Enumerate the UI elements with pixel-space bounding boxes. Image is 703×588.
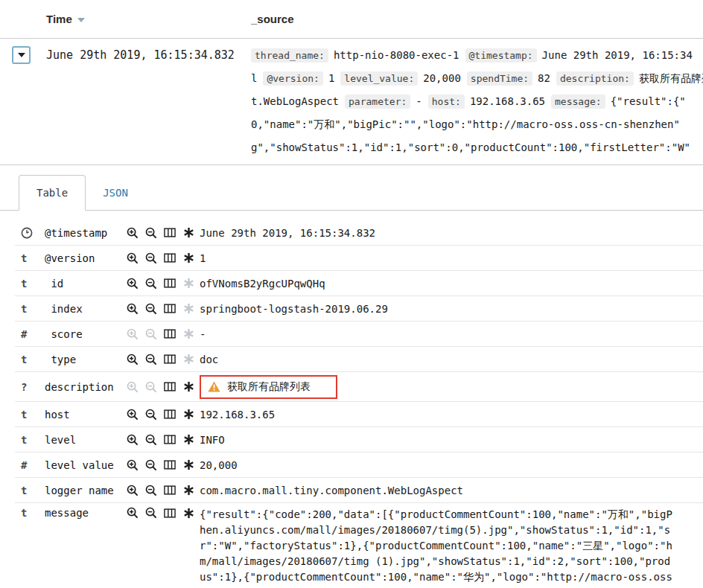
field-row-_id: t_idofVNomsB2yRgcUPqwQHq [15, 271, 703, 296]
toggle-column-icon[interactable] [164, 354, 176, 365]
filter-out-value-icon[interactable] [145, 485, 157, 496]
field-name-badge: @timestamp: [465, 48, 537, 63]
filter-for-field-present-icon[interactable] [182, 507, 194, 519]
message-value-line: m/mall/images/20180607/timg (1).jpg","sh… [200, 554, 703, 569]
field-row-message: tmessage{"result":{"code":200,"data":[{"… [15, 503, 703, 588]
toggle-column-icon[interactable] [164, 459, 176, 471]
field-name-badge: description: [556, 71, 634, 86]
filter-for-field-present-icon[interactable] [182, 434, 194, 446]
message-value-line: 07/timg (2).jpg","showStatus":0,"id":3,"… [200, 585, 703, 588]
field-actions [127, 485, 200, 496]
toggle-column-icon[interactable] [164, 328, 176, 340]
filter-for-field-present-icon[interactable] [182, 459, 194, 471]
time-column-label: Time [46, 13, 72, 25]
toggle-column-icon[interactable] [164, 278, 176, 290]
caret-down-icon [18, 53, 25, 57]
source-value-text: 20,000 [423, 72, 461, 84]
field-value: doc [200, 354, 703, 365]
source-value-text: June 29th 2019, 16:15:34 [542, 49, 693, 61]
field-name: _score [45, 328, 127, 340]
toggle-column-icon[interactable] [164, 485, 176, 496]
field-actions [127, 278, 200, 290]
filter-for-value-icon[interactable] [127, 409, 139, 421]
field-name-badge: @version: [263, 71, 322, 86]
filter-for-field-present-icon [182, 354, 194, 365]
field-actions [127, 227, 200, 239]
toggle-column-icon[interactable] [164, 409, 176, 421]
tab-json[interactable]: JSON [86, 175, 145, 210]
filter-out-value-icon[interactable] [145, 459, 157, 471]
field-name: _id [45, 278, 127, 290]
field-value: June 29th 2019, 16:15:34.832 [200, 227, 703, 239]
field-actions [127, 381, 200, 393]
filter-for-field-present-icon[interactable] [182, 485, 194, 496]
filter-for-field-present-icon[interactable] [182, 409, 194, 421]
field-name-badge: level_value: [340, 71, 418, 86]
filter-out-value-icon[interactable] [145, 278, 157, 290]
filter-for-field-present-icon[interactable] [182, 381, 194, 393]
toggle-column-icon[interactable] [164, 434, 176, 446]
toggle-cell [0, 39, 46, 164]
tab-table[interactable]: Table [19, 175, 86, 211]
field-actions [127, 434, 200, 446]
field-detail-table: @timestampJune 29th 2019, 16:15:34.832t@… [0, 211, 703, 588]
field-value: - [200, 328, 703, 340]
filter-out-value-icon[interactable] [145, 303, 157, 315]
field-actions [127, 507, 200, 519]
field-actions [127, 303, 200, 315]
field-value: com.macro.mall.tiny.component.WebLogAspe… [200, 485, 703, 496]
field-row-@version: t@version1 [15, 246, 703, 271]
filter-for-value-icon[interactable] [127, 459, 139, 471]
source-value-text: t.WebLogAspect [251, 95, 339, 107]
toggle-column-icon[interactable] [164, 303, 176, 315]
filter-out-value-icon[interactable] [145, 354, 157, 365]
source-column-header: _source [251, 13, 703, 25]
source-line: l@version:1level_value:20,000spendTime:8… [251, 67, 703, 90]
filter-out-value-icon[interactable] [145, 252, 157, 264]
field-row-description: ?description获取所有品牌列表 [15, 372, 703, 402]
source-preview: thread_name:http-nio-8080-exec-1@timesta… [251, 39, 703, 164]
field-row-level: tlevelINFO [15, 427, 703, 453]
filter-for-field-present-icon[interactable] [182, 227, 194, 239]
string-field-icon: t [15, 434, 45, 446]
message-value-line: r":"W","factoryStatus":1},{"productComme… [200, 538, 703, 554]
field-name: _type [45, 354, 127, 365]
toggle-column-icon[interactable] [164, 507, 176, 519]
field-name: message [45, 507, 127, 519]
field-row-_score: #_score - [15, 322, 703, 347]
filter-for-value-icon[interactable] [127, 303, 139, 315]
source-value-text: http-nio-8080-exec-1 [334, 49, 459, 61]
toggle-column-icon[interactable] [164, 227, 176, 239]
filter-for-value-icon[interactable] [127, 507, 139, 519]
filter-for-value-icon[interactable] [127, 252, 139, 264]
string-field-icon: t [15, 507, 45, 519]
filter-for-field-present-icon[interactable] [182, 252, 194, 264]
filter-out-value-icon[interactable] [145, 409, 157, 421]
filter-for-value-icon [127, 381, 139, 393]
number-field-icon: # [15, 459, 45, 471]
filter-out-value-icon[interactable] [145, 434, 157, 446]
field-row-@timestamp: @timestampJune 29th 2019, 16:15:34.832 [15, 220, 703, 246]
field-actions [127, 252, 200, 264]
time-column-header[interactable]: Time [46, 13, 251, 25]
field-value: 获取所有品牌列表 [200, 374, 703, 400]
filter-out-value-icon [145, 328, 157, 340]
filter-for-value-icon[interactable] [127, 227, 139, 239]
filter-for-value-icon[interactable] [127, 278, 139, 290]
source-value-text: 1 [328, 72, 334, 84]
toggle-column-icon[interactable] [164, 252, 176, 264]
filter-out-value-icon[interactable] [145, 227, 157, 239]
filter-for-value-icon[interactable] [127, 485, 139, 496]
document-timestamp: June 29th 2019, 16:15:34.832 [46, 39, 251, 164]
field-value: ofVNomsB2yRgcUPqwQHq [200, 278, 703, 290]
filter-for-value-icon[interactable] [127, 354, 139, 365]
filter-for-value-icon[interactable] [127, 434, 139, 446]
source-value-text: - [416, 95, 422, 107]
filter-out-value-icon[interactable] [145, 507, 157, 519]
collapse-document-button[interactable] [12, 46, 31, 64]
toggle-column-icon[interactable] [164, 381, 176, 393]
source-value-text: 0,"name":"万和","bigPic":"","logo":"http:/… [251, 118, 680, 130]
field-value: {"result":{"code":200,"data":[{"productC… [200, 507, 703, 588]
field-name-badge: thread_name: [251, 48, 328, 63]
string-field-icon: t [15, 278, 45, 290]
